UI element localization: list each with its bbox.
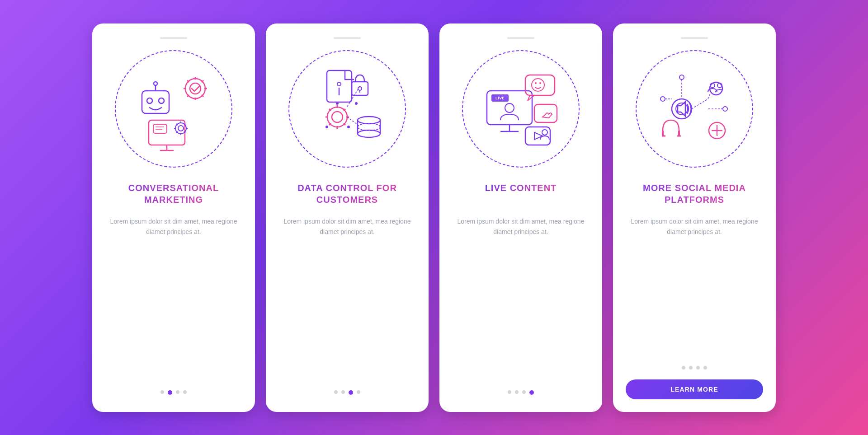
card-notch [507,37,534,39]
svg-point-32 [337,82,341,86]
pagination-dots [334,390,360,395]
dot-4 [183,390,187,394]
dot-4 [357,390,360,394]
dot-4 [703,366,707,370]
svg-line-52 [347,86,360,107]
svg-point-67 [539,82,541,84]
data-control-icon-circle [288,50,406,168]
svg-line-90 [692,99,708,109]
svg-marker-70 [534,132,542,140]
live-content-icon: LIVE [476,64,566,154]
card-title: LIVE CONTENT [485,182,557,207]
card-social-media: MORE SOCIAL MEDIA PLATFORMS Lorem ipsum … [613,23,776,412]
card-data-control: DATA CONTROL FOR CUSTOMERS Lorem ipsum d… [266,23,429,412]
dot-3 [522,390,526,394]
learn-more-button[interactable]: LEARN MORE [626,379,763,399]
card-body-text: Lorem ipsum dolor sit dim amet, mea regi… [452,216,590,381]
conversational-marketing-icon [128,64,219,154]
dot-3 [176,390,179,394]
svg-point-1 [147,98,152,103]
card-title: CONVERSATIONAL MARKETING [105,182,242,207]
svg-point-65 [532,79,544,91]
card-notch [334,37,361,39]
svg-point-4 [154,82,157,85]
svg-point-63 [505,103,514,112]
svg-rect-68 [534,104,557,122]
svg-point-2 [159,98,164,103]
dot-2 [168,390,172,395]
svg-point-47 [358,117,380,124]
social-media-icon-circle [636,50,753,168]
svg-point-51 [358,123,380,131]
svg-text:LIVE: LIVE [495,96,505,100]
svg-rect-64 [525,75,555,95]
dot-1 [334,390,338,394]
svg-point-38 [332,112,343,122]
svg-point-55 [355,102,358,105]
dot-3 [349,390,353,395]
social-media-icon [649,64,740,154]
svg-point-84 [679,75,684,80]
dot-1 [160,390,164,394]
card-body-text: Lorem ipsum dolor sit dim amet, mea regi… [105,216,242,381]
svg-point-50 [358,130,380,137]
card-title: MORE SOCIAL MEDIA PLATFORMS [626,182,763,207]
svg-point-86 [723,107,727,111]
card-conversational-marketing: CONVERSATIONAL MARKETING Lorem ipsum dol… [92,23,255,412]
svg-rect-31 [327,70,352,102]
card-body-text: Lorem ipsum dolor sit dim amet, mea regi… [626,216,763,357]
dot-1 [682,366,685,370]
svg-point-54 [336,102,339,105]
svg-point-57 [347,126,350,128]
svg-line-91 [708,94,710,99]
svg-point-85 [660,97,665,101]
card-title: DATA CONTROL FOR CUSTOMERS [278,182,416,207]
svg-rect-18 [153,124,167,133]
dot-2 [689,366,693,370]
data-control-icon [302,64,392,154]
dot-2 [341,390,345,394]
svg-point-66 [535,82,537,84]
pagination-dots [508,390,534,395]
pagination-dots [160,390,187,395]
dot-2 [515,390,519,394]
card-live-content: LIVE [439,23,602,412]
svg-point-56 [326,126,328,128]
card-notch [681,37,708,39]
card-body-text: Lorem ipsum dolor sit dim amet, mea regi… [278,216,416,381]
conversational-marketing-icon-circle [115,50,232,168]
cards-container: CONVERSATIONAL MARKETING Lorem ipsum dol… [74,5,794,430]
svg-line-53 [347,117,358,125]
dot-4 [529,390,534,395]
svg-point-35 [358,87,362,90]
pagination-dots [682,366,707,370]
svg-rect-34 [352,82,368,95]
svg-point-22 [178,126,184,131]
dot-1 [508,390,511,394]
dot-3 [696,366,700,370]
svg-point-71 [542,130,547,135]
card-notch [160,37,187,39]
live-content-icon-circle: LIVE [462,50,580,168]
